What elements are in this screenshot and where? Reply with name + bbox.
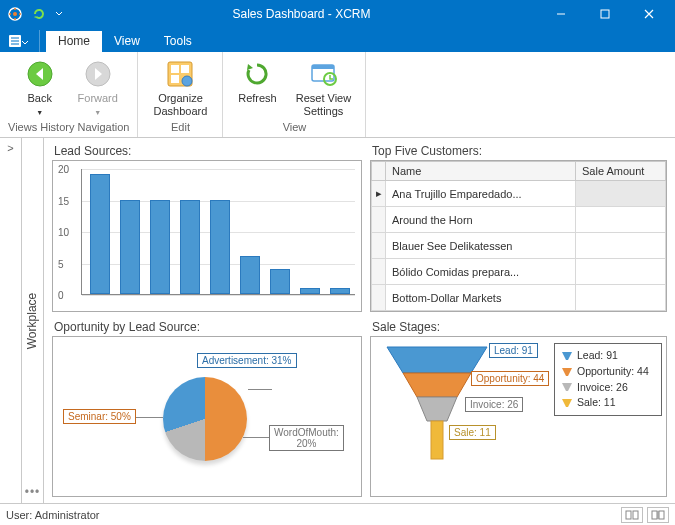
bar <box>90 174 110 294</box>
svg-marker-14 <box>387 347 487 373</box>
pie-label-wordofmouth: WordOfMouth:20% <box>269 425 344 451</box>
refresh-button[interactable]: Refresh <box>231 56 283 105</box>
table-row[interactable]: ▸Ana Trujillo Emparedado... <box>372 181 666 207</box>
view-mode-book-icon[interactable] <box>621 507 643 523</box>
close-button[interactable] <box>627 0 671 28</box>
row-header-column <box>372 162 386 181</box>
pie-icon <box>163 377 247 461</box>
svg-point-1 <box>13 12 17 16</box>
sale-stages-funnel: Lead: 91 Opportunity: 44 Invoice: 26 Sal… <box>370 336 667 497</box>
ellipsis-icon[interactable]: ••• <box>25 485 41 499</box>
bar <box>180 200 200 295</box>
svg-rect-9 <box>171 75 179 83</box>
reset-view-button[interactable]: Reset View Settings <box>289 56 357 117</box>
tab-view[interactable]: View <box>102 31 152 52</box>
pie-label-advertisement: Advertisement: 31% <box>197 353 297 368</box>
minimize-button[interactable] <box>539 0 583 28</box>
view-mode-pages-icon[interactable] <box>647 507 669 523</box>
ribbon-group-view: Refresh Reset View Settings View <box>223 52 366 137</box>
funnel-legend: Lead: 91 Opportunity: 44 Invoice: 26 Sal… <box>554 343 662 416</box>
bar <box>120 200 140 295</box>
ribbon-group-edit: Organize Dashboard Edit <box>138 52 223 137</box>
svg-rect-24 <box>652 511 657 519</box>
svg-rect-12 <box>312 65 334 69</box>
back-icon <box>24 58 56 90</box>
refresh-quick-icon[interactable] <box>30 5 48 23</box>
workplace-sidebar[interactable]: Workplace ••• <box>22 138 44 503</box>
funnel-label-sale: Sale: 11 <box>449 425 496 440</box>
panel-sale-stages: Sale Stages: Lead: 91 Opportunity: 44 In… <box>370 320 667 497</box>
table-row[interactable]: Bottom-Dollar Markets <box>372 285 666 311</box>
panel-top-customers: Top Five Customers: Name Sale Amount ▸An… <box>370 144 667 312</box>
bar <box>150 200 170 295</box>
svg-rect-17 <box>431 421 443 459</box>
window-title: Sales Dashboard - XCRM <box>64 7 539 21</box>
svg-rect-22 <box>626 511 631 519</box>
svg-marker-21 <box>562 399 572 407</box>
svg-rect-23 <box>633 511 638 519</box>
sidebar-expand-button[interactable]: > <box>0 138 22 503</box>
svg-rect-2 <box>601 10 609 18</box>
svg-marker-16 <box>417 397 457 421</box>
svg-marker-18 <box>562 352 572 360</box>
pie-label-seminar: Seminar: 50% <box>63 409 136 424</box>
svg-marker-15 <box>403 373 471 397</box>
forward-icon <box>82 58 114 90</box>
dashboard-icon <box>164 58 196 90</box>
maximize-button[interactable] <box>583 0 627 28</box>
bar <box>210 200 230 295</box>
column-name[interactable]: Name <box>386 162 576 181</box>
ribbon: Back▼ Forward▼ Views History Navigation … <box>0 52 675 138</box>
organize-dashboard-button[interactable]: Organize Dashboard <box>146 56 214 117</box>
bar <box>270 269 290 294</box>
ribbon-group-navigation: Back▼ Forward▼ Views History Navigation <box>0 52 138 137</box>
panel-opportunity: Oportunity by Lead Source: Seminar: 50% … <box>52 320 362 497</box>
svg-rect-8 <box>181 65 189 73</box>
customers-table[interactable]: Name Sale Amount ▸Ana Trujillo Emparedad… <box>371 161 666 311</box>
reset-view-icon <box>307 58 339 90</box>
svg-point-10 <box>182 76 192 86</box>
svg-rect-25 <box>659 511 664 519</box>
app-icon <box>6 5 24 23</box>
tab-home[interactable]: Home <box>46 31 102 52</box>
bar <box>330 288 350 294</box>
table-row[interactable]: Blauer See Delikatessen <box>372 233 666 259</box>
panel-lead-sources: Lead Sources: 05101520 <box>52 144 362 312</box>
funnel-label-invoice: Invoice: 26 <box>465 397 523 412</box>
dashboard-grid: Lead Sources: 05101520 Top Five Customer… <box>44 138 675 503</box>
lead-sources-chart: 05101520 <box>52 160 362 312</box>
svg-marker-19 <box>562 368 572 376</box>
workplace-label: Workplace <box>26 292 40 348</box>
svg-rect-7 <box>171 65 179 73</box>
column-sale-amount[interactable]: Sale Amount <box>576 162 666 181</box>
bar <box>300 288 320 294</box>
back-button[interactable]: Back▼ <box>14 56 66 117</box>
title-bar: Sales Dashboard - XCRM <box>0 0 675 28</box>
opportunity-pie-chart: Seminar: 50% Advertisement: 31% WordOfMo… <box>52 336 362 497</box>
status-user: User: Administrator <box>6 509 100 521</box>
bar <box>240 256 260 294</box>
quick-dropdown-icon[interactable] <box>54 5 64 23</box>
funnel-label-lead: Lead: 91 <box>489 343 538 358</box>
funnel-label-opportunity: Opportunity: 44 <box>471 371 549 386</box>
table-row[interactable]: Around the Horn <box>372 207 666 233</box>
refresh-icon <box>241 58 273 90</box>
tab-tools[interactable]: Tools <box>152 31 204 52</box>
content-area: > Workplace ••• Lead Sources: 05101520 T… <box>0 138 675 503</box>
svg-marker-20 <box>562 383 572 391</box>
ribbon-group-label: Views History Navigation <box>8 120 129 135</box>
file-menu-button[interactable] <box>6 30 40 52</box>
status-bar: User: Administrator <box>0 503 675 525</box>
forward-button[interactable]: Forward▼ <box>72 56 124 117</box>
ribbon-tabs: Home View Tools <box>0 28 675 52</box>
table-row[interactable]: Bólido Comidas prepara... <box>372 259 666 285</box>
